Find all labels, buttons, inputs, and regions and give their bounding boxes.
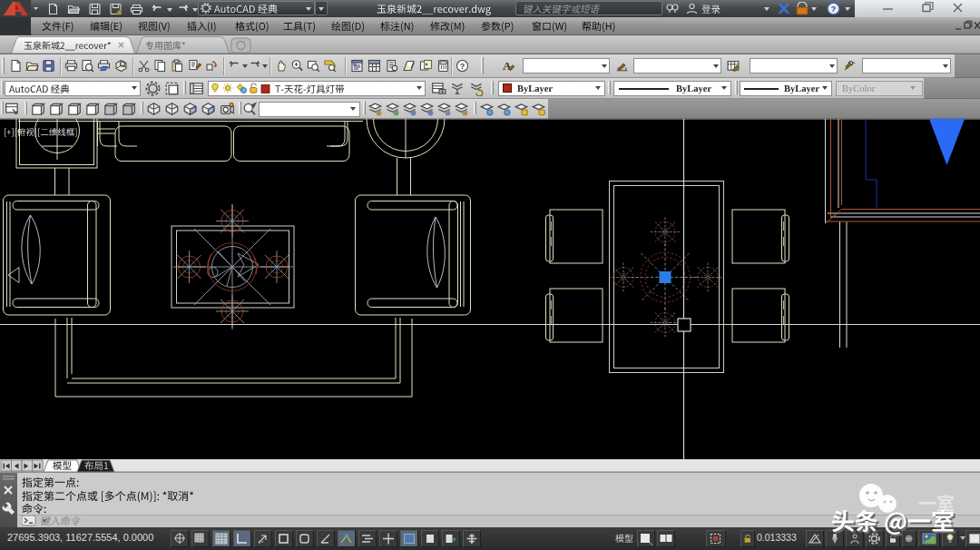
svg-text:?: ? xyxy=(460,61,466,71)
svg-text:?: ? xyxy=(831,4,837,14)
